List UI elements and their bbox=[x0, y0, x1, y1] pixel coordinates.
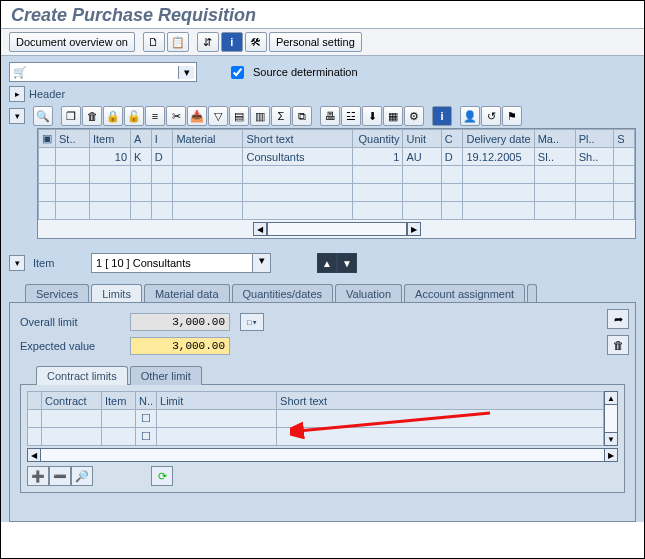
row-sel[interactable] bbox=[28, 392, 42, 410]
item-selector-input[interactable] bbox=[92, 254, 252, 272]
row-selector-header[interactable]: ▣ bbox=[39, 130, 56, 148]
reset-icon[interactable]: ↺ bbox=[481, 106, 501, 126]
export-icon[interactable]: ⬇ bbox=[362, 106, 382, 126]
sort-asc-icon[interactable]: ▤ bbox=[229, 106, 249, 126]
hierarchy-icon[interactable]: ⇵ bbox=[197, 32, 219, 52]
default-icon[interactable]: ⚑ bbox=[502, 106, 522, 126]
col-shorttext2[interactable]: Short text bbox=[277, 392, 604, 410]
cell-item[interactable]: 10 bbox=[90, 148, 131, 166]
cell-shorttext[interactable]: Consultants bbox=[243, 148, 353, 166]
tab-limits[interactable]: Limits bbox=[91, 284, 142, 303]
filter-icon[interactable]: ▽ bbox=[208, 106, 228, 126]
tab-other-limit[interactable]: Other limit bbox=[130, 366, 202, 385]
col-s[interactable]: S bbox=[614, 130, 635, 148]
col-i[interactable]: I bbox=[151, 130, 173, 148]
personal-icon[interactable]: 👤 bbox=[460, 106, 480, 126]
tab-account-assignment[interactable]: Account assignment bbox=[404, 284, 525, 303]
col-ma[interactable]: Ma.. bbox=[534, 130, 575, 148]
cell-unit[interactable]: AU bbox=[403, 148, 441, 166]
tab-quantities-dates[interactable]: Quantities/dates bbox=[232, 284, 334, 303]
col-c-item[interactable]: Item bbox=[102, 392, 136, 410]
col-n[interactable]: N.. bbox=[136, 392, 157, 410]
cell-delivery[interactable]: 19.12.2005 bbox=[463, 148, 534, 166]
doc-type-input[interactable] bbox=[28, 64, 178, 80]
delete-row-icon[interactable]: 🗑 bbox=[82, 106, 102, 126]
col-contract[interactable]: Contract bbox=[42, 392, 102, 410]
cell-a[interactable]: K bbox=[131, 148, 152, 166]
table-row[interactable] bbox=[39, 202, 635, 220]
table-row[interactable]: 10 K D Consultants 1 AU D 19.12.2005 SI.… bbox=[39, 148, 635, 166]
col-shorttext[interactable]: Short text bbox=[243, 130, 353, 148]
chevron-down-icon[interactable]: ▾ bbox=[178, 66, 194, 79]
copy-row-icon[interactable]: ❐ bbox=[61, 106, 81, 126]
col-item[interactable]: Item bbox=[90, 130, 131, 148]
col-c[interactable]: C bbox=[441, 130, 463, 148]
next-item-button[interactable]: ▼ bbox=[337, 253, 357, 273]
tab-services[interactable]: Services bbox=[25, 284, 89, 303]
tab-material-data[interactable]: Material data bbox=[144, 284, 230, 303]
doc-type-combo[interactable]: 🛒 ▾ bbox=[9, 62, 197, 82]
sort-desc-icon[interactable]: ▥ bbox=[250, 106, 270, 126]
grid-h-scrollbar[interactable]: ◀ ▶ bbox=[38, 220, 635, 238]
details-icon[interactable]: 🔍 bbox=[33, 106, 53, 126]
cell-i[interactable]: D bbox=[151, 148, 173, 166]
cell-c[interactable]: D bbox=[441, 148, 463, 166]
table-row[interactable] bbox=[39, 166, 635, 184]
chevron-down-icon[interactable]: ▾ bbox=[252, 254, 270, 272]
find-icon[interactable]: 🔎 bbox=[71, 466, 93, 486]
personal-setting-button[interactable]: Personal setting bbox=[269, 32, 362, 52]
layout-icon[interactable]: ☳ bbox=[341, 106, 361, 126]
col-limit[interactable]: Limit bbox=[157, 392, 277, 410]
col-quantity[interactable]: Quantity bbox=[353, 130, 403, 148]
sum-icon[interactable]: Σ bbox=[271, 106, 291, 126]
col-a[interactable]: A bbox=[131, 130, 152, 148]
delete-row2-icon[interactable]: ➖ bbox=[49, 466, 71, 486]
cut-icon[interactable]: ✂ bbox=[166, 106, 186, 126]
tools-icon[interactable]: 🛠 bbox=[245, 32, 267, 52]
cell-material[interactable] bbox=[173, 148, 243, 166]
cell-qty[interactable]: 1 bbox=[353, 148, 403, 166]
overall-limit-field[interactable] bbox=[130, 313, 230, 331]
subtotal-icon[interactable]: ⧉ bbox=[292, 106, 312, 126]
tab-more[interactable] bbox=[527, 284, 537, 303]
expand-panel-icon[interactable]: ➦ bbox=[607, 309, 629, 329]
item-selector[interactable]: ▾ bbox=[91, 253, 271, 273]
delete-panel-icon[interactable]: 🗑 bbox=[607, 335, 629, 355]
insert-row-icon[interactable]: ➕ bbox=[27, 466, 49, 486]
info2-icon[interactable]: i bbox=[432, 106, 452, 126]
unlock-icon[interactable]: 🔓 bbox=[124, 106, 144, 126]
items-expander[interactable]: ▾ bbox=[9, 108, 25, 124]
col-pl[interactable]: Pl.. bbox=[575, 130, 613, 148]
no-limit-checkbox[interactable]: ☐▾ bbox=[240, 313, 264, 331]
tab-contract-limits[interactable]: Contract limits bbox=[36, 366, 128, 385]
header-expander[interactable]: ▸ bbox=[9, 86, 25, 102]
settings-icon[interactable]: ⚙ bbox=[404, 106, 424, 126]
lock-icon[interactable]: 🔒 bbox=[103, 106, 123, 126]
copy-icon[interactable]: 📋 bbox=[167, 32, 189, 52]
col-status[interactable]: St.. bbox=[56, 130, 90, 148]
paste-icon[interactable]: 📥 bbox=[187, 106, 207, 126]
refresh-icon[interactable]: ⟳ bbox=[151, 466, 173, 486]
cell-status[interactable] bbox=[56, 148, 90, 166]
col-unit[interactable]: Unit bbox=[403, 130, 441, 148]
expected-value-field[interactable] bbox=[130, 337, 230, 355]
info-icon[interactable]: i bbox=[221, 32, 243, 52]
inner-v-scrollbar[interactable]: ▲▼ bbox=[604, 391, 618, 446]
excel-icon[interactable]: ▦ bbox=[383, 106, 403, 126]
print-icon[interactable]: 🖶 bbox=[320, 106, 340, 126]
col-material[interactable]: Material bbox=[173, 130, 243, 148]
cell-pl[interactable]: Sh.. bbox=[575, 148, 613, 166]
prev-item-button[interactable]: ▲ bbox=[317, 253, 337, 273]
inner-h-scrollbar[interactable]: ◀▶ bbox=[27, 448, 618, 462]
tab-valuation[interactable]: Valuation bbox=[335, 284, 402, 303]
scroll-right-icon[interactable]: ▶ bbox=[407, 222, 421, 236]
scroll-left-icon[interactable]: ◀ bbox=[253, 222, 267, 236]
item-expander[interactable]: ▾ bbox=[9, 255, 25, 271]
table-row[interactable] bbox=[39, 184, 635, 202]
list-icon[interactable]: ≡ bbox=[145, 106, 165, 126]
new-doc-icon[interactable]: 🗋 bbox=[143, 32, 165, 52]
cell-ma[interactable]: SI.. bbox=[534, 148, 575, 166]
col-delivery[interactable]: Delivery date bbox=[463, 130, 534, 148]
source-determination-checkbox[interactable] bbox=[231, 66, 244, 79]
doc-overview-button[interactable]: Document overview on bbox=[9, 32, 135, 52]
